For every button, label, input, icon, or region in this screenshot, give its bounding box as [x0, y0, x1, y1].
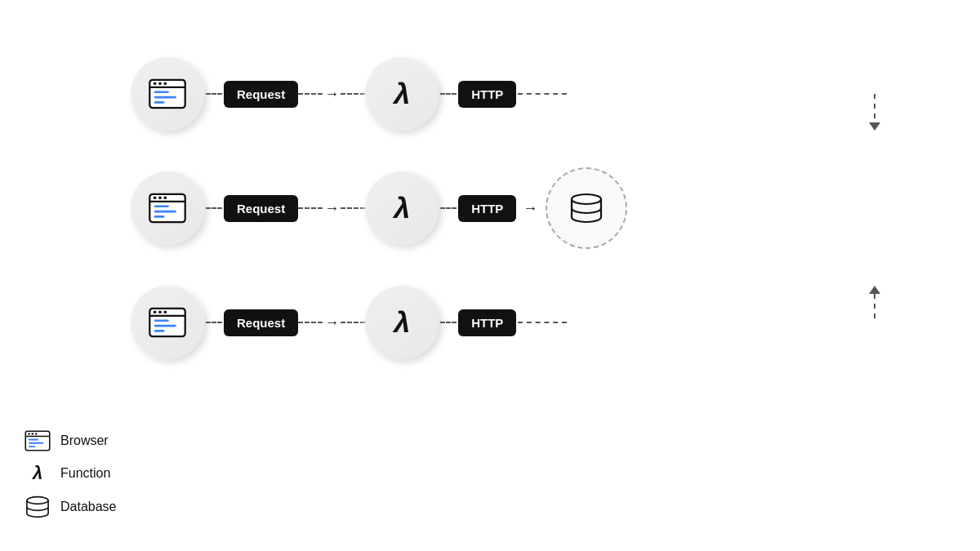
http-button-2: HTTP — [458, 195, 516, 222]
svg-point-23 — [158, 311, 162, 314]
legend: Browser λ Function Database — [24, 430, 117, 518]
legend-item-function: λ Function — [24, 463, 117, 484]
svg-point-22 — [154, 311, 157, 314]
svg-point-7 — [163, 82, 167, 86]
row-bottom: Request → λ HTTP — [131, 278, 866, 367]
svg-rect-11 — [154, 211, 176, 213]
connector-3e — [518, 322, 567, 323]
connector-3c — [341, 322, 365, 323]
svg-rect-2 — [154, 91, 169, 93]
svg-point-32 — [35, 433, 37, 434]
svg-rect-21 — [154, 330, 165, 332]
request-button-3: Request — [224, 309, 298, 336]
svg-rect-10 — [154, 205, 169, 207]
legend-database-label: Database — [60, 500, 117, 514]
connector-2d — [440, 207, 457, 209]
connector-3a — [206, 322, 222, 323]
connector-3b — [298, 322, 323, 323]
lambda-icon-1: λ — [365, 57, 439, 131]
row-middle: Request → λ HTTP → — [131, 163, 866, 253]
svg-point-13 — [154, 197, 157, 200]
svg-rect-3 — [154, 96, 176, 99]
connector-line-1e — [518, 93, 567, 95]
connector-line-1d — [440, 93, 457, 95]
lambda-icon-2: λ — [365, 171, 439, 245]
svg-point-16 — [572, 194, 601, 204]
svg-point-31 — [32, 433, 33, 434]
svg-point-24 — [163, 311, 167, 314]
svg-point-15 — [163, 197, 167, 200]
svg-rect-4 — [154, 101, 165, 104]
lambda-symbol-3: λ — [394, 305, 410, 340]
connector-line-1a — [206, 93, 222, 95]
arrow-right-4: → — [324, 314, 339, 331]
legend-item-database: Database — [24, 495, 117, 518]
svg-point-5 — [154, 82, 157, 86]
diagram-container: Request → λ HTTP — [131, 49, 866, 392]
svg-point-6 — [158, 82, 162, 86]
arrow-right-1: → — [324, 86, 339, 103]
legend-database-icon — [24, 495, 51, 518]
svg-rect-12 — [154, 216, 165, 218]
request-button-1: Request — [224, 81, 298, 108]
browser-icon-2 — [131, 171, 204, 245]
svg-point-14 — [158, 197, 162, 200]
lambda-symbol-1: λ — [394, 77, 410, 111]
http-button-1: HTTP — [458, 81, 516, 108]
svg-point-33 — [27, 497, 48, 504]
lambda-symbol-2: λ — [394, 191, 410, 225]
svg-rect-28 — [29, 442, 43, 444]
http-button-3: HTTP — [458, 309, 516, 336]
svg-rect-20 — [154, 325, 176, 327]
connector-2c — [341, 207, 365, 209]
arrow-right-2: → — [324, 200, 339, 217]
legend-browser-label: Browser — [60, 433, 109, 448]
browser-icon-1 — [131, 57, 204, 131]
connector-3d — [440, 322, 457, 323]
arrow-right-3: → — [523, 200, 537, 217]
browser-icon-3 — [131, 286, 204, 359]
row-top: Request → λ HTTP — [131, 49, 866, 139]
request-button-2: Request — [224, 195, 298, 222]
connector-line-1b — [298, 93, 323, 95]
svg-rect-27 — [29, 439, 38, 441]
database-icon — [546, 167, 627, 249]
legend-lambda-icon: λ — [24, 463, 51, 484]
svg-rect-29 — [29, 446, 36, 447]
lambda-icon-3: λ — [365, 286, 439, 359]
legend-function-label: Function — [60, 466, 110, 481]
svg-rect-19 — [154, 319, 169, 322]
vertical-down-connector — [869, 94, 880, 131]
connector-line-1c — [341, 93, 365, 95]
legend-item-browser: Browser — [24, 430, 117, 451]
svg-point-30 — [28, 433, 29, 434]
connector-2b — [298, 207, 323, 209]
legend-browser-icon — [24, 430, 51, 451]
connector-2a — [206, 207, 222, 209]
vertical-up-connector — [869, 286, 880, 322]
